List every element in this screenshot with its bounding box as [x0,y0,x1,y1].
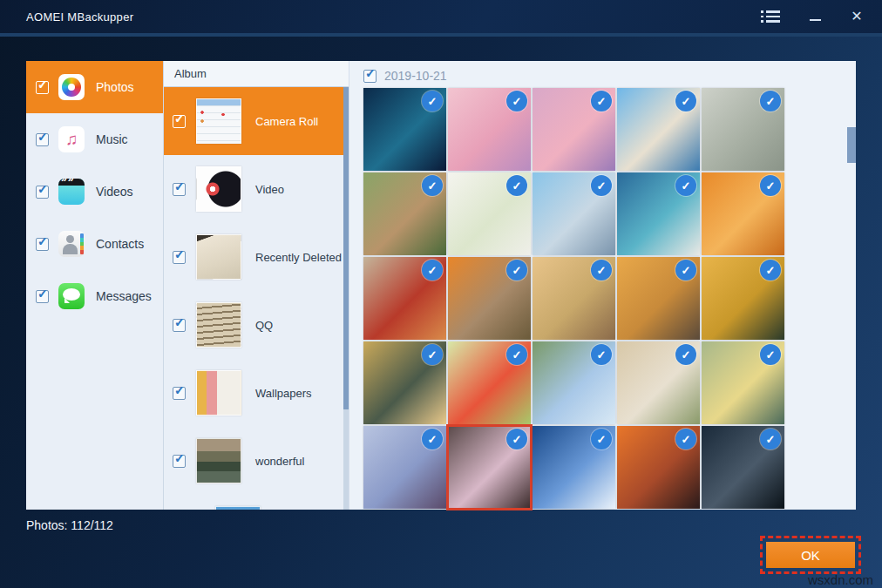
sky-through-leaves-photo[interactable]: ✓ [533,341,615,424]
sidebar-item-photos[interactable]: Photos [26,61,163,113]
title-bar: AOMEI MBackupper ✕ [0,0,882,37]
album-checkbox-qq[interactable] [173,319,186,332]
photo-selected-check-icon[interactable]: ✓ [760,260,781,280]
hand-with-leaf-photo[interactable]: ✓ [448,341,531,424]
yellow-rose-photo[interactable]: ✓ [702,341,784,424]
album-scrollbar-thumb[interactable] [343,87,349,409]
album-item-wonderful[interactable]: wonderful [164,427,349,495]
album-item-qq[interactable]: QQ [164,291,349,359]
photo-selected-check-icon[interactable]: ✓ [506,91,527,112]
album-item-partially-visible[interactable] [164,495,349,510]
photo-selected-check-icon[interactable]: ✓ [422,175,443,196]
photo-selected-check-icon[interactable]: ✓ [506,175,527,196]
minimize-icon[interactable] [805,7,824,26]
photo-selected-check-icon[interactable]: ✓ [422,429,443,449]
photo-selected-check-icon[interactable]: ✓ [760,429,781,449]
date-group-checkbox[interactable] [363,70,377,83]
album-thumbnail-wallpapers [196,370,241,416]
red-maple-leaves-photo[interactable]: ✓ [363,257,446,340]
menu-list-icon[interactable] [763,7,783,26]
night-city-photo[interactable]: ✓ [363,88,446,171]
photos-count-label: Photos: 112/112 [26,518,113,532]
album-checkbox-camera-roll[interactable] [173,115,186,128]
photo-selected-check-icon[interactable]: ✓ [422,91,443,112]
shanghai-skyline-photo[interactable]: ✓ [533,172,615,255]
sidebar-item-label: Music [96,132,128,146]
close-icon[interactable]: ✕ [847,7,866,26]
album-thumbnail-partial [215,506,261,510]
photo-selected-check-icon[interactable]: ✓ [675,260,696,280]
album-thumbnail-video [196,166,241,212]
app-window: AOMEI MBackupper ✕ Photos♫MusicVideosCon… [0,0,882,588]
seaside-resort-photo[interactable]: ✓ [617,172,700,255]
album-item-recently-deleted[interactable]: Recently Deleted [164,223,349,291]
deer-tree-art-photo[interactable]: ✓ [448,172,531,255]
photo-selected-check-icon[interactable]: ✓ [506,260,527,280]
photo-selected-check-icon[interactable]: ✓ [675,429,696,449]
sidebar-item-messages[interactable]: Messages [26,270,163,322]
photo-selected-check-icon[interactable]: ✓ [591,175,612,196]
contacts-app-icon [58,231,85,257]
photo-selected-check-icon[interactable]: ✓ [591,429,612,449]
videos-app-icon [58,179,85,205]
sidebar-checkbox-videos[interactable] [36,186,49,199]
gray-road-photo[interactable]: ✓ [702,88,784,171]
sidebar-checkbox-contacts[interactable] [36,238,49,251]
main-content: Photos♫MusicVideosContactsMessages Album… [26,61,856,510]
photos-app-icon [58,74,85,100]
photo-selected-check-icon[interactable]: ✓ [675,175,696,196]
photo-selected-check-icon[interactable]: ✓ [760,344,781,365]
sidebar-item-videos[interactable]: Videos [26,166,163,218]
photo-selected-check-icon[interactable]: ✓ [760,91,781,112]
autumn-garden-photo[interactable]: ✓ [617,257,700,340]
music-app-icon: ♫ [58,126,85,152]
dried-flower-photo[interactable]: ✓ [617,341,700,424]
sidebar-checkbox-music[interactable] [36,133,49,146]
album-checkbox-wallpapers[interactable] [173,387,186,400]
watermark-text: wsxdn.com [808,572,873,587]
album-checkbox-recently-deleted[interactable] [173,251,186,264]
riverside-city-photo[interactable]: ✓ [617,88,700,171]
sidebar-checkbox-messages[interactable] [36,290,49,303]
purple-clouds-photo[interactable]: ✓ [533,88,615,171]
sidebar-item-music[interactable]: ♫Music [26,113,163,166]
wooden-lantern-photo[interactable]: ✓ [533,257,615,340]
date-group-header: 2019-10-21 [363,66,856,85]
photo-selected-check-icon[interactable]: ✓ [675,91,696,112]
photo-selected-check-icon[interactable]: ✓ [591,344,612,365]
mini-planet-photo[interactable]: ✓ [533,426,615,509]
photo-selected-check-icon[interactable]: ✓ [422,260,443,280]
window-title: AOMEI MBackupper [26,10,133,24]
photo-selected-check-icon[interactable]: ✓ [506,344,527,365]
mountain-road-photo[interactable]: ✓ [363,426,446,509]
album-checkbox-wonderful[interactable] [173,455,186,468]
album-item-label: Wallpapers [255,387,312,400]
sidebar-checkbox-photos[interactable] [36,81,49,94]
album-checkbox-video[interactable] [173,183,186,196]
album-item-wallpapers[interactable]: Wallpapers [164,359,349,427]
sunset-street-photo[interactable]: ✓ [617,426,700,509]
album-item-label: Video [255,183,284,196]
album-item-video[interactable]: Video [164,155,349,223]
night-street-photo[interactable]: ✓ [702,426,784,509]
album-scrollbar-track[interactable] [343,409,349,510]
photo-selected-check-icon[interactable]: ✓ [591,91,612,112]
ok-button[interactable]: OK [766,542,855,568]
photo-selected-check-icon[interactable]: ✓ [506,429,527,449]
photo-selected-check-icon[interactable]: ✓ [591,260,612,280]
sidebar-item-contacts[interactable]: Contacts [26,218,163,270]
album-item-label: Recently Deleted [255,251,342,264]
autumn-cottage-photo[interactable]: ✓ [702,257,784,340]
orange-maple-photo[interactable]: ✓ [702,172,784,255]
photo-selected-check-icon[interactable]: ✓ [760,175,781,196]
illustrated-house-photo[interactable]: ✓ [363,172,446,255]
autumn-tree-photo[interactable]: ✓ [363,341,446,424]
album-item-camera-roll[interactable]: Camera Roll [164,87,349,155]
stone-lantern-photo[interactable]: ✓ [448,257,531,340]
grid-scrollbar-thumb[interactable] [847,127,856,163]
photo-selected-check-icon[interactable]: ✓ [422,344,443,365]
photo-selected-check-icon[interactable]: ✓ [675,344,696,365]
pink-sunset-sky-photo[interactable]: ✓ [448,88,531,171]
album-thumbnail-wonderful [196,438,241,483]
blossom-wall-photo[interactable]: ✓ [448,426,531,509]
